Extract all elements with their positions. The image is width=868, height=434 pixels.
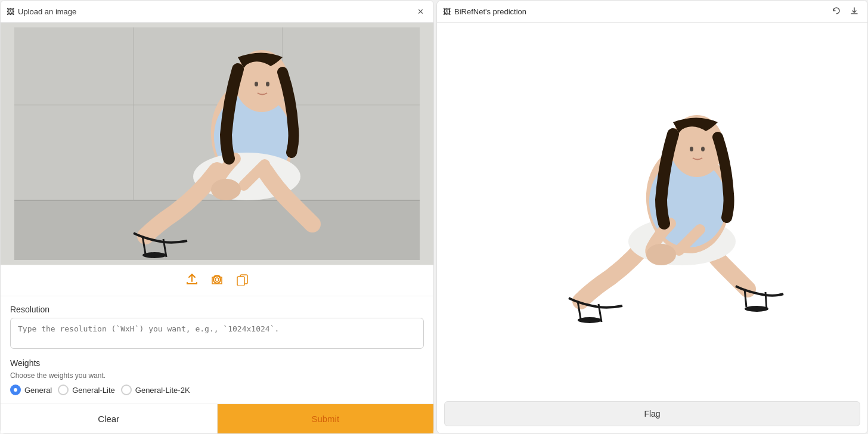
camera-icon: [210, 272, 224, 289]
refresh-button[interactable]: [829, 4, 844, 18]
submit-button[interactable]: Submit: [218, 404, 434, 433]
svg-point-9: [142, 252, 166, 258]
radio-circle-general: [10, 385, 21, 395]
prediction-area: [437, 23, 867, 394]
left-panel-header: 🖼 Upload an image ✕: [1, 1, 433, 23]
weights-label: Weights: [10, 358, 424, 368]
clipboard-icon: [235, 272, 249, 289]
upload-header-left: 🖼 Upload an image: [7, 7, 76, 16]
svg-point-15: [215, 278, 219, 281]
bottom-buttons: Clear Submit: [1, 404, 433, 433]
svg-point-24: [646, 244, 676, 265]
weights-options: General General-Lite General-Lite-2K: [10, 385, 424, 395]
radio-circle-general-lite-2k: [121, 385, 132, 395]
radio-label-general-lite: General-Lite: [72, 386, 115, 395]
weights-sublabel: Choose the weights you want.: [10, 371, 424, 380]
upload-icon-button[interactable]: [184, 271, 200, 290]
left-panel: 🖼 Upload an image ✕: [0, 0, 434, 434]
svg-point-10: [211, 179, 241, 200]
flag-button[interactable]: Flag: [444, 401, 860, 426]
upload-label: Upload an image: [18, 7, 76, 16]
radio-option-general-lite[interactable]: General-Lite: [58, 385, 115, 395]
prediction-icon: 🖼: [443, 7, 451, 16]
svg-point-22: [578, 317, 602, 323]
svg-point-13: [266, 82, 269, 86]
upload-icon: [185, 272, 199, 289]
svg-point-26: [690, 147, 693, 151]
prediction-image-svg: [450, 92, 855, 325]
svg-point-27: [701, 147, 705, 151]
controls-section: Resolution Weights Choose the weights yo…: [1, 296, 433, 404]
weights-control: Weights Choose the weights you want. Gen…: [10, 358, 424, 395]
resolution-control: Resolution: [10, 305, 424, 351]
radio-circle-general-lite: [58, 385, 69, 395]
svg-point-14: [213, 276, 221, 283]
download-button[interactable]: [847, 4, 861, 18]
radio-label-general-lite-2k: General-Lite-2K: [135, 386, 190, 395]
image-display-area: [1, 23, 433, 265]
resolution-label: Resolution: [10, 305, 424, 314]
close-icon: ✕: [417, 7, 424, 16]
prediction-header-left: 🖼 BiRefNet's prediction: [443, 7, 526, 16]
image-icon: 🖼: [7, 7, 14, 16]
left-panel-header-right: ✕: [413, 4, 427, 18]
radio-label-general: General: [24, 386, 52, 395]
clear-button[interactable]: Clear: [1, 404, 218, 433]
uploaded-image-svg: [14, 27, 420, 260]
svg-point-23: [745, 306, 768, 312]
right-image-wrapper: [437, 23, 867, 394]
camera-icon-button[interactable]: [209, 271, 225, 290]
download-icon: [850, 7, 858, 17]
svg-rect-1: [14, 200, 420, 260]
right-panel: 🖼 BiRefNet's prediction: [436, 0, 868, 434]
svg-point-12: [255, 82, 258, 86]
right-panel-header: 🖼 BiRefNet's prediction: [437, 1, 867, 23]
svg-rect-17: [237, 277, 244, 286]
radio-option-general[interactable]: General: [10, 385, 52, 395]
image-toolbar: [1, 265, 433, 296]
refresh-icon: [832, 7, 841, 17]
close-button[interactable]: ✕: [413, 4, 427, 18]
prediction-label: BiRefNet's prediction: [454, 7, 526, 16]
clipboard-icon-button[interactable]: [234, 271, 250, 290]
left-image-wrapper: [1, 23, 433, 265]
radio-option-general-lite-2k[interactable]: General-Lite-2K: [121, 385, 190, 395]
right-panel-header-right: [829, 4, 861, 18]
resolution-input[interactable]: [10, 318, 424, 349]
